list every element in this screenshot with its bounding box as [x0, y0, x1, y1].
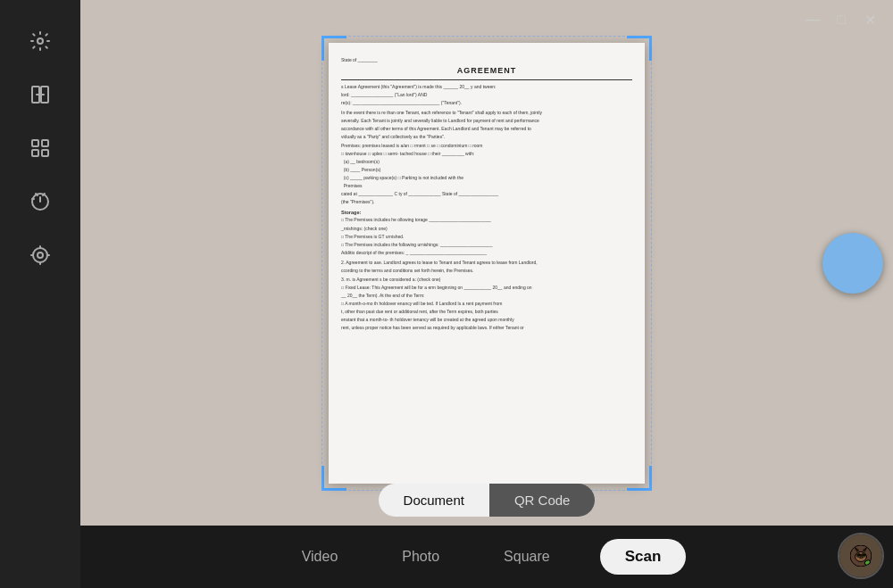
- doc-line-3: re(s): _________________________________…: [341, 100, 632, 107]
- doc-premises-b: (b) ____ Person(s): [341, 167, 632, 174]
- avatar[interactable]: [838, 533, 884, 579]
- tab-document[interactable]: Document: [379, 484, 489, 517]
- grid-icon[interactable]: [17, 125, 63, 171]
- doc-agreement-section: 2. Agreement to ase. Landlord agrees to …: [341, 260, 632, 275]
- doc-state-line: State of ________: [341, 57, 632, 64]
- capture-bar: Video Photo Square Scan: [80, 526, 893, 588]
- minimize-button[interactable]: —: [800, 7, 825, 32]
- tab-qr-code[interactable]: QR Code: [489, 484, 596, 517]
- doc-premises-section: Premises: premises leased is a/an □ rmen…: [341, 143, 632, 206]
- svg-rect-7: [42, 150, 48, 156]
- viewfinder: State of ________ AGREEMENT s Lease Agre…: [80, 0, 893, 526]
- doc-para-3: accordance with all other terms of this …: [341, 126, 632, 133]
- doc-furnish-section: _rnishings: (check one) □ The Premises i…: [341, 226, 632, 249]
- doc-premises-c: (c) _____ parking space(s) □ Parking is …: [341, 175, 632, 182]
- close-button[interactable]: ✕: [857, 7, 882, 32]
- svg-line-11: [43, 194, 45, 195]
- doc-premises-ref: (the "Premises").: [341, 199, 632, 206]
- svg-rect-5: [42, 140, 48, 146]
- right-panel: [813, 0, 893, 526]
- focus-icon[interactable]: [17, 232, 63, 278]
- doc-agree-1: 2. Agreement to ase. Landlord agrees to …: [341, 260, 632, 267]
- photo-mode-button[interactable]: Photo: [388, 542, 454, 572]
- maximize-button[interactable]: □: [829, 7, 854, 32]
- sidebar: [0, 0, 80, 588]
- scan-mode-button[interactable]: Scan: [600, 539, 687, 575]
- svg-line-10: [36, 194, 38, 195]
- doc-add-section: Additio descript of the premises: _ ____…: [341, 250, 632, 257]
- doc-premises-a: (a) __ bedroom(s): [341, 159, 632, 166]
- doc-term-6: enstant that a month-to- th holdover ten…: [341, 317, 632, 324]
- doc-term-7: rent, unless proper notice has been serv…: [341, 325, 632, 332]
- doc-furnish-2: □ The Premises includes the following ur…: [341, 242, 632, 249]
- doc-storage-title: Storage:: [341, 209, 632, 216]
- doc-term-2: □ Fixed Lease: This Agreement will be fo…: [341, 285, 632, 292]
- doc-storage-section: Storage: □ The Premises includes he ollo…: [341, 209, 632, 224]
- compare-icon[interactable]: [17, 71, 63, 118]
- title-bar: — □ ✕: [789, 0, 893, 39]
- doc-premises-loc: cated at ______________ C ty of ________…: [341, 191, 632, 198]
- doc-term-3: __ 20__ the Term). At the end of the Ter…: [341, 293, 632, 300]
- doc-furnish-1: □ The Premises is GT urnished.: [341, 234, 632, 241]
- svg-rect-4: [32, 140, 38, 146]
- svg-point-25: [858, 554, 859, 555]
- svg-rect-6: [32, 150, 38, 156]
- doc-agree-2: ccording to the terms and conditions set…: [341, 268, 632, 275]
- doc-furnish-title: _rnishings: (check one): [341, 226, 632, 233]
- svg-point-26: [864, 554, 864, 555]
- doc-title-underline: [341, 79, 632, 80]
- doc-para-1: In the event there is re than one Tenant…: [341, 110, 632, 117]
- doc-term-4: □ A month-o-mo th holdover enancy will b…: [341, 301, 632, 308]
- settings-icon[interactable]: [17, 18, 63, 64]
- doc-premises-d: Premises: [341, 183, 632, 190]
- capture-button[interactable]: [822, 233, 883, 294]
- square-mode-button[interactable]: Square: [489, 542, 564, 572]
- timer-icon[interactable]: [17, 178, 63, 225]
- doc-para-4: vidually as a "Party" and collectively a…: [341, 134, 632, 141]
- svg-point-13: [38, 253, 43, 258]
- doc-term-section: 3. m. is Agreement s be considered a: (c…: [341, 277, 632, 332]
- document-paper: State of ________ AGREEMENT s Lease Agre…: [329, 43, 645, 484]
- svg-point-14: [33, 248, 47, 262]
- doc-premises-1: Premises: premises leased is a/an □ rmen…: [341, 143, 632, 150]
- doc-term-5: t, other than past due rent or additiona…: [341, 309, 632, 316]
- doc-title: AGREEMENT: [341, 65, 632, 78]
- svg-point-0: [38, 38, 43, 44]
- document-frame: State of ________ AGREEMENT s Lease Agre…: [321, 36, 652, 491]
- doc-premises-2: □ townhouse □ uplex □ semi- tached house…: [341, 151, 632, 158]
- mode-tabs: Document QR Code: [80, 484, 893, 517]
- doc-add-1: Additio descript of the premises: _ ____…: [341, 250, 632, 257]
- doc-para-2: severally. Each Tenant is jointly and se…: [341, 118, 632, 125]
- doc-line-2: lord: _________________ ("Lan lord") AND: [341, 92, 632, 99]
- video-mode-button[interactable]: Video: [288, 542, 353, 572]
- doc-line-1: s Lease Agreement (this "Agreement") is …: [341, 84, 632, 91]
- avatar-image: [839, 534, 882, 577]
- doc-storage-1: □ The Premises includes he ollowing tora…: [341, 217, 632, 224]
- doc-term-1: 3. m. is Agreement s be considered a: (c…: [341, 277, 632, 284]
